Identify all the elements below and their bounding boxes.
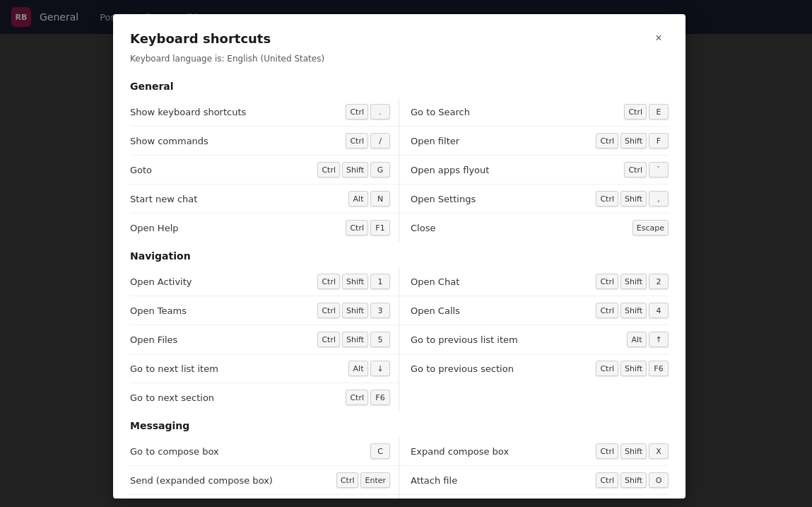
- shortcut-send-expanded: Send (expanded compose box) Ctrl Enter: [130, 466, 399, 495]
- key: ↑: [649, 332, 669, 347]
- shortcut-reply-to-thread: Reply to thread R: [399, 495, 669, 499]
- key: G: [370, 162, 390, 177]
- messaging-right-col: Expand compose box Ctrl Shift X Attach f…: [399, 437, 669, 499]
- keyboard-shortcuts-modal: Keyboard shortcuts × Keyboard language i…: [113, 14, 686, 499]
- key: /: [370, 133, 390, 148]
- key: Ctrl: [346, 220, 368, 235]
- key: O: [649, 472, 669, 488]
- shortcut-expand-compose-box: Expand compose box Ctrl Shift X: [399, 437, 669, 466]
- key: Shift: [342, 332, 368, 347]
- key: Ctrl: [596, 443, 618, 459]
- key: F1: [370, 220, 390, 235]
- key: C: [370, 443, 390, 459]
- shortcut-go-to-compose-box: Go to compose box C: [130, 437, 399, 466]
- key: Alt: [627, 332, 647, 347]
- key: F6: [370, 390, 390, 405]
- key: Shift: [620, 191, 647, 206]
- shortcut-open-calls: Open Calls Ctrl Shift 4: [399, 296, 669, 325]
- key: Alt: [348, 191, 368, 206]
- shortcut-open-apps-flyout: Open apps flyout Ctrl `: [399, 156, 669, 185]
- key: Enter: [360, 472, 390, 488]
- general-right-col: Go to Search Ctrl E Open filter Ctrl Shi…: [399, 98, 669, 242]
- key: Shift: [620, 303, 647, 318]
- key: Shift: [342, 274, 368, 289]
- general-left-col: Show keyboard shortcuts Ctrl . Show comm…: [130, 98, 399, 242]
- key: Shift: [620, 274, 647, 289]
- key: Ctrl: [317, 332, 340, 347]
- navigation-left-col: Open Activity Ctrl Shift 1 Open Teams Ct…: [130, 267, 399, 412]
- section-general: General Show keyboard shortcuts Ctrl . S…: [130, 81, 669, 242]
- shortcut-start-new-chat: Start new chat Alt N: [130, 185, 399, 214]
- navigation-shortcuts-grid: Open Activity Ctrl Shift 1 Open Teams Ct…: [130, 267, 669, 412]
- key: ↓: [370, 361, 390, 376]
- key: Ctrl: [346, 104, 368, 120]
- key: `: [649, 162, 669, 177]
- shortcut-open-help: Open Help Ctrl F1: [130, 214, 399, 242]
- key: Ctrl: [317, 274, 340, 289]
- key: N: [370, 191, 390, 206]
- section-navigation: Navigation Open Activity Ctrl Shift 1 Op…: [130, 250, 669, 412]
- shortcut-attach-file: Attach file Ctrl Shift O: [399, 466, 669, 495]
- key: Ctrl: [317, 162, 340, 177]
- key: 5: [370, 332, 390, 347]
- section-messaging-title: Messaging: [130, 420, 669, 431]
- key: Escape: [632, 220, 669, 235]
- key: X: [649, 443, 669, 459]
- key: Ctrl: [317, 303, 340, 318]
- key: Alt: [348, 361, 368, 376]
- key: Shift: [620, 472, 647, 488]
- key: ,: [649, 191, 669, 206]
- shortcut-goto: Goto Ctrl Shift G: [130, 156, 399, 185]
- key: Shift: [342, 162, 368, 177]
- key: Shift: [620, 133, 647, 148]
- shortcut-show-commands: Show commands Ctrl /: [130, 127, 399, 156]
- key: Shift: [620, 361, 647, 376]
- key: 4: [649, 303, 669, 318]
- modal-title: Keyboard shortcuts: [130, 31, 271, 46]
- modal-header: Keyboard shortcuts ×: [113, 14, 686, 54]
- section-messaging: Messaging Go to compose box C Send (expa…: [130, 420, 669, 499]
- key: Shift: [620, 443, 647, 459]
- key: Ctrl: [596, 274, 618, 289]
- key: 3: [370, 303, 390, 318]
- key: Shift: [342, 303, 368, 318]
- key: E: [649, 104, 669, 120]
- shortcut-start-new-line: Start new line Shift Enter: [130, 495, 399, 499]
- key: Ctrl: [336, 472, 359, 488]
- key: 1: [370, 274, 390, 289]
- key: .: [370, 104, 390, 120]
- shortcut-show-keyboard: Show keyboard shortcuts Ctrl .: [130, 98, 399, 127]
- key: F: [649, 133, 669, 148]
- shortcut-open-activity: Open Activity Ctrl Shift 1: [130, 267, 399, 296]
- navigation-right-col: Open Chat Ctrl Shift 2 Open Calls Ctrl S…: [399, 267, 669, 412]
- key: Ctrl: [596, 191, 618, 206]
- shortcut-go-to-previous-section: Go to previous section Ctrl Shift F6: [399, 354, 669, 383]
- shortcut-open-filter: Open filter Ctrl Shift F: [399, 127, 669, 156]
- shortcut-open-settings: Open Settings Ctrl Shift ,: [399, 185, 669, 214]
- key: Ctrl: [346, 133, 368, 148]
- key: Ctrl: [346, 390, 368, 405]
- modal-body: General Show keyboard shortcuts Ctrl . S…: [113, 72, 686, 499]
- key: F6: [649, 361, 669, 376]
- key: Ctrl: [596, 361, 618, 376]
- messaging-left-col: Go to compose box C Send (expanded compo…: [130, 437, 399, 499]
- section-general-title: General: [130, 81, 669, 92]
- shortcut-open-teams: Open Teams Ctrl Shift 3: [130, 296, 399, 325]
- shortcut-go-to-search: Go to Search Ctrl E: [399, 98, 669, 127]
- shortcut-open-chat: Open Chat Ctrl Shift 2: [399, 267, 669, 296]
- messaging-shortcuts-grid: Go to compose box C Send (expanded compo…: [130, 437, 669, 499]
- shortcut-go-to-previous-list-item: Go to previous list item Alt ↑: [399, 325, 669, 354]
- general-shortcuts-grid: Show keyboard shortcuts Ctrl . Show comm…: [130, 98, 669, 242]
- shortcut-go-to-next-list-item: Go to next list item Alt ↓: [130, 354, 399, 383]
- key: Ctrl: [596, 133, 618, 148]
- key: Ctrl: [624, 104, 647, 120]
- key: Ctrl: [624, 162, 647, 177]
- shortcut-go-to-next-section: Go to next section Ctrl F6: [130, 383, 399, 412]
- key: Ctrl: [596, 472, 618, 488]
- key: Ctrl: [596, 303, 618, 318]
- shortcut-close: Close Escape: [399, 214, 669, 242]
- close-button[interactable]: ×: [649, 28, 669, 48]
- section-navigation-title: Navigation: [130, 250, 669, 262]
- shortcut-open-files: Open Files Ctrl Shift 5: [130, 325, 399, 354]
- key: 2: [649, 274, 669, 289]
